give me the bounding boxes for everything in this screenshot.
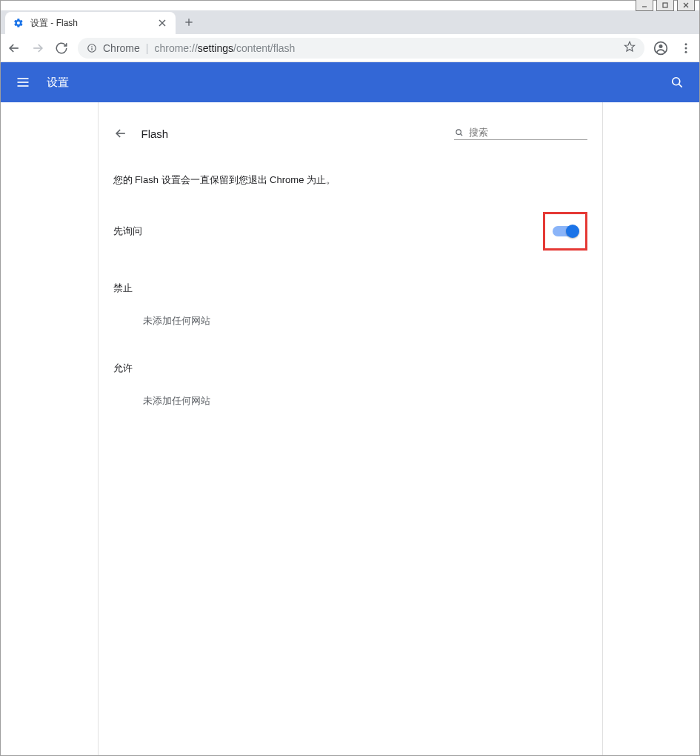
svg-marker-11	[624, 42, 634, 51]
svg-point-16	[685, 50, 687, 53]
browser-tab[interactable]: 设置 - Flash	[5, 12, 176, 34]
svg-rect-1	[663, 3, 667, 7]
svg-point-20	[673, 78, 680, 85]
url-separator: |	[146, 42, 149, 54]
url-text: chrome://settings/content/flash	[154, 42, 295, 54]
panel-back-button[interactable]	[113, 126, 128, 141]
panel-header: Flash	[99, 120, 602, 147]
tab-strip: 设置 - Flash	[0, 10, 700, 34]
site-info-icon[interactable]	[87, 43, 97, 53]
settings-panel: Flash 您的 Flash 设置会一直保留到您退出 Chrome 为止。 先询…	[99, 102, 602, 421]
panel-title: Flash	[141, 127, 169, 140]
content-area: Flash 您的 Flash 设置会一直保留到您退出 Chrome 为止。 先询…	[0, 102, 700, 756]
new-tab-button[interactable]	[179, 12, 199, 33]
toggle-knob	[566, 225, 579, 238]
svg-point-9	[91, 45, 92, 46]
profile-avatar-icon[interactable]	[653, 41, 668, 56]
block-empty-text: 未添加任何网站	[99, 301, 602, 341]
ask-first-row: 先询问	[99, 202, 602, 261]
bookmark-star-icon[interactable]	[624, 41, 636, 55]
toolbar-right	[653, 41, 693, 56]
window-close-button[interactable]	[677, 0, 695, 11]
window-minimize-button[interactable]	[636, 0, 653, 11]
hamburger-menu-icon[interactable]	[14, 73, 32, 91]
address-bar[interactable]: Chrome | chrome://settings/content/flash	[78, 38, 644, 59]
nav-forward-button[interactable]	[30, 41, 45, 56]
svg-point-14	[685, 43, 687, 45]
settings-search-icon[interactable]	[668, 73, 686, 91]
settings-header-title: 设置	[47, 76, 69, 90]
tab-title: 设置 - Flash	[30, 17, 156, 30]
settings-app-header: 设置	[0, 62, 700, 102]
window-titlebar	[0, 0, 700, 10]
nav-reload-button[interactable]	[54, 41, 69, 56]
search-icon	[454, 127, 464, 138]
kebab-menu-icon[interactable]	[679, 41, 693, 56]
allow-section-heading: 允许	[99, 341, 602, 381]
url-scheme-chip: Chrome	[103, 42, 140, 54]
highlight-box	[543, 212, 587, 251]
svg-point-15	[685, 47, 687, 49]
ask-first-toggle[interactable]	[553, 226, 578, 236]
flash-notice: 您的 Flash 设置会一直保留到您退出 Chrome 为止。	[99, 147, 602, 202]
block-section-heading: 禁止	[99, 261, 602, 301]
svg-line-23	[460, 133, 461, 135]
window-controls	[636, 0, 699, 11]
panel-search-input[interactable]	[469, 127, 587, 138]
gear-icon	[13, 17, 24, 29]
tab-close-icon[interactable]	[156, 17, 168, 29]
svg-rect-10	[91, 47, 92, 50]
panel-search[interactable]	[454, 127, 587, 140]
ask-first-label: 先询问	[113, 225, 543, 238]
window-maximize-button[interactable]	[656, 0, 674, 11]
allow-empty-text: 未添加任何网站	[99, 381, 602, 421]
svg-point-22	[456, 129, 460, 133]
nav-back-button[interactable]	[7, 41, 21, 56]
svg-point-13	[659, 44, 663, 48]
svg-line-21	[679, 84, 682, 87]
browser-toolbar: Chrome | chrome://settings/content/flash	[0, 34, 700, 62]
